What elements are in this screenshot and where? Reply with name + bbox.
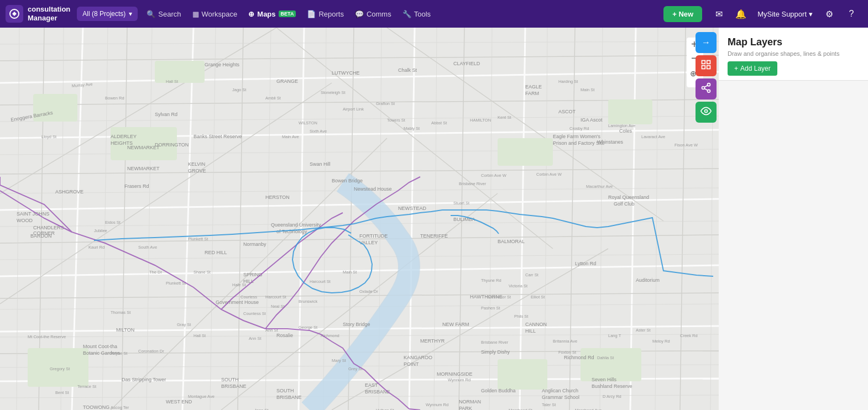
- svg-text:Gray St: Gray St: [177, 322, 191, 327]
- svg-text:WEST END: WEST END: [166, 399, 192, 404]
- panel-tab-eye[interactable]: [696, 102, 717, 123]
- svg-text:Golden Buddha: Golden Buddha: [481, 388, 516, 393]
- svg-text:Terrace St: Terrace St: [77, 384, 97, 389]
- svg-text:Jane St: Jane St: [254, 408, 269, 410]
- svg-rect-64: [498, 359, 547, 390]
- help-icon: ?: [849, 9, 854, 19]
- svg-text:WOOD: WOOD: [17, 218, 33, 223]
- new-button[interactable]: + New: [663, 6, 702, 22]
- svg-text:Hall St: Hall St: [194, 333, 206, 338]
- reports-nav-button[interactable]: 📄 Reports: [301, 7, 349, 22]
- svg-text:Elliot St: Elliot St: [531, 295, 545, 299]
- svg-rect-243: [707, 66, 710, 69]
- svg-text:Newstead House: Newstead House: [354, 186, 392, 192]
- svg-text:Jubilee: Jubilee: [94, 228, 107, 233]
- svg-text:KELVIN: KELVIN: [188, 161, 205, 167]
- svg-text:DORRINGTON: DORRINGTON: [155, 142, 189, 148]
- svg-text:Lloyd St: Lloyd St: [41, 134, 57, 139]
- svg-text:Government House: Government House: [216, 299, 259, 305]
- panel-tab-layers[interactable]: [696, 55, 717, 76]
- svg-text:TOOWONG: TOOWONG: [83, 404, 109, 410]
- right-panel: Map Layers Draw and organise shapes, lin…: [719, 28, 868, 410]
- svg-text:Story Bridge: Story Bridge: [343, 322, 370, 327]
- mysite-support-button[interactable]: MySite Support ▾: [752, 7, 818, 22]
- settings-button[interactable]: ⚙: [819, 4, 839, 24]
- workspace-nav-button[interactable]: ▦ Workspace: [187, 7, 243, 22]
- share-icon: [700, 82, 712, 96]
- svg-text:Wynnum Rd: Wynnum Rd: [448, 377, 470, 382]
- svg-text:Main Ave: Main Ave: [282, 134, 299, 139]
- svg-text:Aster St: Aster St: [636, 328, 651, 333]
- mail-button[interactable]: ✉: [709, 4, 729, 24]
- svg-text:Richmond Rd: Richmond Rd: [564, 355, 594, 360]
- svg-text:ALDERLEY: ALDERLEY: [111, 134, 137, 139]
- svg-text:Kauri Rd: Kauri Rd: [88, 245, 104, 250]
- svg-text:Harcourt St: Harcourt St: [265, 295, 287, 299]
- svg-text:NEWMARKET: NEWMARKET: [127, 166, 160, 171]
- tools-icon: 🔧: [402, 10, 411, 18]
- bell-icon: 🔔: [735, 9, 746, 19]
- svg-text:IGA Ascot: IGA Ascot: [581, 117, 603, 123]
- comms-nav-button[interactable]: 💬 Comms: [349, 7, 397, 22]
- svg-text:Jago St: Jago St: [232, 87, 247, 92]
- svg-text:ASCOT: ASCOT: [558, 109, 576, 114]
- svg-text:NEW FARM: NEW FARM: [442, 322, 469, 327]
- svg-text:Corbin Ave W: Corbin Ave W: [481, 173, 507, 178]
- svg-text:Stuart St: Stuart St: [453, 201, 470, 206]
- svg-text:VALLEY: VALLEY: [359, 240, 378, 245]
- svg-text:Chalk St: Chalk St: [398, 67, 417, 73]
- tools-nav-button[interactable]: 🔧 Tools: [397, 7, 436, 22]
- svg-text:FARM: FARM: [525, 91, 539, 96]
- panel-tab-share[interactable]: [696, 78, 717, 99]
- svg-text:Crosby Rd: Crosby Rd: [569, 126, 589, 131]
- svg-text:Bowen Rd: Bowen Rd: [105, 96, 124, 101]
- map-container[interactable]: Enoggera Barracks ASHGROVE BARDON SAINT …: [0, 28, 719, 410]
- svg-text:LUTWYCHE: LUTWYCHE: [332, 70, 360, 76]
- svg-text:Countess St: Countess St: [243, 311, 266, 316]
- panel-subtitle: Draw and organise shapes, lines & points: [728, 50, 859, 57]
- svg-text:Normanby: Normanby: [243, 241, 266, 247]
- svg-text:Mount Coot-tha: Mount Coot-tha: [83, 344, 117, 349]
- chevron-down-icon: ▾: [809, 10, 813, 18]
- svg-point-246: [708, 90, 710, 92]
- svg-text:Lytton Rd: Lytton Rd: [575, 261, 596, 266]
- svg-text:Grange Heights: Grange Heights: [205, 62, 240, 67]
- comms-icon: 💬: [355, 10, 364, 18]
- svg-text:Ann St: Ann St: [249, 336, 262, 341]
- svg-text:Phils St: Phils St: [514, 314, 529, 319]
- svg-text:Plunkett St: Plunkett St: [188, 236, 208, 241]
- svg-text:Airport Link: Airport Link: [343, 107, 364, 112]
- svg-point-244: [708, 83, 710, 86]
- svg-text:Morehead St: Morehead St: [509, 408, 533, 410]
- svg-text:CLAYFIELD: CLAYFIELD: [453, 61, 480, 66]
- svg-text:Mt Coot-the Reserve: Mt Coot-the Reserve: [28, 334, 66, 339]
- svg-text:The Dr: The Dr: [149, 270, 162, 275]
- maps-nav-button[interactable]: ⊕ Maps BETA: [243, 7, 301, 22]
- svg-text:George St: George St: [299, 325, 318, 330]
- svg-text:Main St: Main St: [343, 270, 357, 275]
- svg-text:RED HILL: RED HILL: [205, 250, 227, 255]
- help-button[interactable]: ?: [841, 4, 861, 24]
- svg-text:Mary St: Mary St: [332, 358, 347, 363]
- svg-text:Sixth Ave: Sixth Ave: [310, 129, 327, 134]
- svg-text:Morehead Ave: Morehead Ave: [575, 408, 602, 410]
- svg-rect-61: [498, 138, 553, 166]
- notifications-button[interactable]: 🔔: [731, 4, 751, 24]
- arrow-right-icon: →: [702, 38, 710, 48]
- add-layer-button[interactable]: + Add Layer: [728, 61, 777, 76]
- svg-rect-242: [702, 66, 705, 69]
- svg-text:Kent St: Kent St: [498, 115, 512, 120]
- search-nav-button[interactable]: 🔍 Search: [141, 7, 186, 22]
- svg-text:South Ave: South Ave: [138, 245, 157, 250]
- svg-text:Victoria St: Victoria St: [509, 283, 528, 288]
- panel-tab-arrow[interactable]: →: [696, 32, 717, 53]
- svg-text:POINT: POINT: [404, 361, 419, 367]
- svg-text:Thomas St: Thomas St: [111, 310, 131, 315]
- svg-text:Harding St: Harding St: [558, 79, 578, 84]
- svg-text:ASHGROVE: ASHGROVE: [55, 189, 83, 195]
- svg-text:HAMILTON: HAMILTON: [470, 118, 491, 123]
- svg-text:Golf Club: Golf Club: [614, 201, 635, 207]
- svg-text:Lang T: Lang T: [608, 333, 621, 338]
- svg-text:Gregory St: Gregory St: [50, 366, 70, 371]
- projects-dropdown-button[interactable]: All (8 Projects) ▾: [77, 7, 138, 21]
